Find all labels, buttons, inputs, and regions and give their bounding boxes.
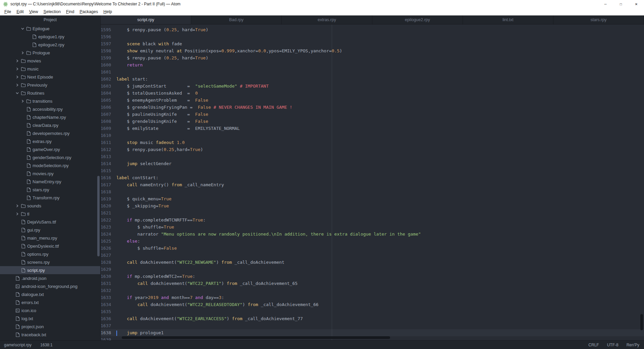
tree-item-developernotes-rpy[interactable]: developernotes.rpy: [0, 129, 100, 137]
tree-item-dialogue-txt[interactable]: dialogue.txt: [0, 290, 100, 298]
code-line-1608[interactable]: 1608 $ grendelUsingKnife = False: [101, 118, 644, 125]
tree-item-epilogue[interactable]: Epilogue: [0, 24, 100, 33]
code-line-1628[interactable]: 1628 call doAchievement("WTC22_NEWGAME")…: [101, 259, 644, 266]
menu-item-help[interactable]: Help: [101, 9, 115, 15]
tree-item-gui-rpy[interactable]: gui.rpy: [0, 226, 100, 234]
tree-item-transitions[interactable]: transitions: [0, 97, 100, 105]
code-line-1601[interactable]: 1601: [101, 68, 644, 76]
code-line-1595[interactable]: 1595 $ renpy.pause (0.25, hard=True): [101, 26, 644, 33]
vertical-scrollbar[interactable]: [640, 314, 643, 330]
code-line-1633[interactable]: 1633 if year>2019 and month==7 and day==…: [101, 294, 644, 301]
code-line-1616[interactable]: 1616label contStart:: [101, 174, 644, 181]
tree-item-music[interactable]: music: [0, 65, 100, 73]
code-line-1613[interactable]: 1613: [101, 153, 644, 160]
status-cursor-position[interactable]: 1638:1: [40, 343, 53, 347]
code-line-1627[interactable]: 1627: [101, 252, 644, 259]
tree-scrollbar[interactable]: [97, 176, 100, 256]
tree-item-previously[interactable]: Previously: [0, 81, 100, 89]
menu-item-edit[interactable]: Edit: [14, 9, 26, 15]
code-line-1612[interactable]: 1612 $ renpy.pause(0.25,hard=True): [101, 146, 644, 153]
code-line-1604[interactable]: 1604 $ totalQuestionsAsked = 0: [101, 90, 644, 97]
code-line-1637[interactable]: 1637: [101, 322, 644, 329]
tab-stars-rpy[interactable]: stars.rpy: [553, 15, 644, 24]
code-line-1630[interactable]: 1630 if mp.completedWTC2==True:: [101, 273, 644, 280]
tree-item-modeselection-rpy[interactable]: modeSelection.rpy: [0, 161, 100, 169]
tree-item-tl[interactable]: tl: [0, 210, 100, 218]
code-line-1599[interactable]: 1599 $ renpy.pause (0.25, hard=True): [101, 54, 644, 61]
tab-script-rpy[interactable]: script.rpy: [101, 15, 191, 24]
tree-item-traceback-txt[interactable]: traceback.txt: [0, 331, 100, 339]
code-line-1625[interactable]: 1625 else:: [101, 238, 644, 245]
code-line-1614[interactable]: 1614 jump selectGender: [101, 160, 644, 167]
tree-item-nameentry-rpy[interactable]: NameEntry.rpy: [0, 178, 100, 186]
tree-item-options-rpy[interactable]: options.rpy: [0, 250, 100, 258]
tree-item-routines[interactable]: Routines: [0, 89, 100, 97]
tree-item-chaptername-rpy[interactable]: chapterName.rpy: [0, 113, 100, 121]
tree-item-prologue[interactable]: Prologue: [0, 49, 100, 57]
tree-item-movies-rpy[interactable]: movies.rpy: [0, 169, 100, 178]
tree-item-movies[interactable]: movies: [0, 57, 100, 65]
text-editor[interactable]: 1595 $ renpy.pause (0.25, hard=True)1596…: [101, 24, 644, 340]
tree-item-genderselection-rpy[interactable]: genderSelection.rpy: [0, 153, 100, 161]
code-line-1622[interactable]: 1622 if mp.completedWTCNRFTF==True:: [101, 216, 644, 223]
tree-item-errors-txt[interactable]: errors.txt: [0, 298, 100, 306]
code-line-1615[interactable]: 1615: [101, 167, 644, 174]
status-grammar[interactable]: Ren'Py: [627, 343, 639, 347]
menu-item-file[interactable]: File: [2, 9, 14, 15]
tab-extras-rpy[interactable]: extras.rpy: [282, 15, 372, 24]
code-line-1631[interactable]: 1631 call doAchievement("WTC22_PART1") f…: [101, 280, 644, 287]
code-line-1617[interactable]: 1617 call nameEntry() from _call_nameEnt…: [101, 181, 644, 188]
status-encoding[interactable]: UTF-8: [607, 343, 619, 347]
tree-item-script-rpy[interactable]: script.rpy: [0, 266, 100, 274]
tree-item-dejavusans-ttf[interactable]: DejaVuSans.ttf: [0, 218, 100, 226]
code-line-1636[interactable]: 1636 call doAchievement("WTC22_EARLYACCE…: [101, 315, 644, 322]
tree-item-sounds[interactable]: sounds: [0, 202, 100, 210]
status-file-path[interactable]: game\script.rpy: [4, 343, 32, 347]
tree-item-accessibility-rpy[interactable]: accessibility.rpy: [0, 105, 100, 113]
tab-bad-rpy[interactable]: Bad.rpy: [191, 15, 282, 24]
code-line-1624[interactable]: 1624 narrator "Menu options are now rand…: [101, 231, 644, 238]
code-line-1632[interactable]: 1632: [101, 287, 644, 294]
tab-epilogue2-rpy[interactable]: epilogue2.rpy: [372, 15, 463, 24]
code-line-1629[interactable]: 1629: [101, 266, 644, 273]
minimize-button[interactable]: ─: [598, 0, 613, 8]
tree-item-android-json[interactable]: .android.json: [0, 274, 100, 282]
menu-item-packages[interactable]: Packages: [77, 9, 101, 15]
tree-item-gameover-rpy[interactable]: gameOver.rpy: [0, 145, 100, 153]
horizontal-scrollbar[interactable]: [122, 336, 390, 339]
tree-item-screens-rpy[interactable]: screens.rpy: [0, 258, 100, 266]
menu-item-find[interactable]: Find: [63, 9, 77, 15]
status-line-ending[interactable]: CRLF: [588, 343, 599, 347]
tree-item-icon-ico[interactable]: icon.ico: [0, 306, 100, 314]
tree-item-next-episode[interactable]: Next Episode: [0, 73, 100, 81]
tree-item-transform-rpy[interactable]: Transform.rpy: [0, 194, 100, 202]
tree-item-android-icon-foreground-png[interactable]: android-icon_foreground.png: [0, 282, 100, 290]
code-line-1607[interactable]: 1607 $ paulineUsingKnife = False: [101, 111, 644, 118]
maximize-button[interactable]: □: [613, 0, 629, 8]
tree-item-project-json[interactable]: project.json: [0, 322, 100, 331]
code-line-1610[interactable]: 1610: [101, 132, 644, 139]
close-button[interactable]: ✕: [629, 0, 644, 8]
tree-item-stars-rpy[interactable]: stars.rpy: [0, 186, 100, 194]
tree-item-cleardata-rpy[interactable]: clearData.rpy: [0, 121, 100, 129]
code-line-1596[interactable]: 1596: [101, 33, 644, 40]
menu-item-selection[interactable]: Selection: [41, 9, 63, 15]
tab-lint-txt[interactable]: lint.txt: [463, 15, 553, 24]
code-line-1619[interactable]: 1619 $ quick_menu=True: [101, 195, 644, 202]
code-line-1626[interactable]: 1626 $ shuffle=False: [101, 245, 644, 252]
code-line-1618[interactable]: 1618: [101, 188, 644, 195]
code-line-1606[interactable]: 1606 $ grendelUsingFryingPan = False # N…: [101, 104, 644, 111]
code-line-1603[interactable]: 1603 $ jumpContStart = "selectGameMode" …: [101, 83, 644, 90]
tree-item-extras-rpy[interactable]: extras.rpy: [0, 137, 100, 145]
code-line-1598[interactable]: 1598 show emily neutral at Position(xpos…: [101, 47, 644, 54]
code-line-1635[interactable]: 1635: [101, 308, 644, 315]
code-line-1620[interactable]: 1620 $ _skipping=True: [101, 202, 644, 209]
code-line-1621[interactable]: 1621: [101, 209, 644, 216]
menu-item-view[interactable]: View: [26, 9, 41, 15]
code-line-1600[interactable]: 1600 return: [101, 61, 644, 68]
tree-item-main-menu-rpy[interactable]: main_menu.rpy: [0, 234, 100, 242]
code-line-1623[interactable]: 1623 $ shuffle=True: [101, 223, 644, 231]
tree-item-epilogue1-rpy[interactable]: epilogue1.rpy: [0, 33, 100, 41]
code-line-1597[interactable]: 1597 scene black with fade: [101, 40, 644, 47]
code-line-1611[interactable]: 1611 stop music fadeout 1.0: [101, 139, 644, 146]
